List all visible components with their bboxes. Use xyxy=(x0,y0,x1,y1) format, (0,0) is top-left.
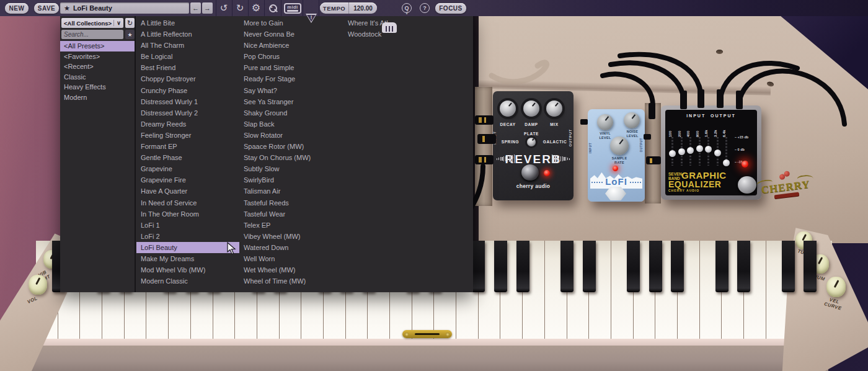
preset-item[interactable]: All The Charm xyxy=(136,40,239,51)
sidebar-category[interactable]: Heavy Effects xyxy=(60,82,135,92)
lofi-footswitch[interactable] xyxy=(605,187,626,200)
eq-slider-knob[interactable] xyxy=(678,148,685,155)
preset-item[interactable]: Telex EP xyxy=(239,220,342,231)
preset-item[interactable]: A Little Bite xyxy=(136,17,239,29)
black-key[interactable] xyxy=(516,241,529,292)
preset-item[interactable]: Ready For Stage xyxy=(239,73,342,84)
quality-dropdown-icon[interactable]: ∨ xyxy=(404,11,410,16)
collections-dropdown[interactable]: <All Collections> ∨ xyxy=(61,18,123,28)
save-button[interactable]: SAVE xyxy=(34,3,59,14)
undo-icon[interactable]: ↺ xyxy=(218,2,229,14)
eq-slider-knob[interactable] xyxy=(705,146,712,153)
preset-item[interactable]: More to Gain xyxy=(239,17,342,29)
black-key[interactable] xyxy=(804,241,817,292)
sidebar-category[interactable]: Modern xyxy=(60,92,135,103)
black-key[interactable] xyxy=(782,241,795,292)
preset-item[interactable]: Pop Chorus xyxy=(239,51,342,62)
black-key[interactable] xyxy=(472,241,485,292)
preset-item[interactable]: Nice Ambience xyxy=(239,40,342,51)
preset-item[interactable]: Well Worn xyxy=(239,253,342,264)
sidebar-category[interactable]: <Favorites> xyxy=(60,51,135,62)
preset-item[interactable]: See Ya Stranger xyxy=(239,96,342,107)
eq-slider-knob[interactable] xyxy=(696,145,703,152)
preset-item[interactable]: Modern Classic xyxy=(136,275,239,287)
eq-slider-knob[interactable] xyxy=(714,150,721,156)
tempo-value[interactable]: 120.00 xyxy=(349,5,377,12)
preset-item[interactable]: Vibey Wheel (MW) xyxy=(239,231,342,242)
redo-icon[interactable]: ↻ xyxy=(234,2,246,14)
midi-icon[interactable]: midi xyxy=(284,3,301,14)
preset-item[interactable]: Say What? xyxy=(239,85,342,96)
reverb-footswitch[interactable] xyxy=(521,164,539,181)
preset-item[interactable]: Feeling Stronger xyxy=(136,130,239,141)
black-key[interactable] xyxy=(627,241,640,292)
preset-item[interactable]: LoFi 1 xyxy=(136,220,239,231)
sidebar-category[interactable]: Classic xyxy=(60,72,135,83)
chevron-down-icon[interactable]: ∨ xyxy=(113,20,123,26)
preset-item[interactable]: Grapevine xyxy=(136,163,239,174)
preset-item[interactable]: Shaky Ground xyxy=(239,107,342,118)
preset-item[interactable]: Talisman Air xyxy=(239,186,342,197)
zoom-icon[interactable]: + xyxy=(268,3,278,14)
keyboard-hand-icon[interactable] xyxy=(382,22,397,33)
help-icon[interactable]: ? xyxy=(420,3,430,13)
black-key[interactable] xyxy=(715,241,728,292)
preset-item[interactable]: Be Logical xyxy=(136,51,239,62)
preset-item[interactable]: Make My Dreams xyxy=(136,253,239,264)
preset-item[interactable]: LoFi 2 xyxy=(136,231,239,242)
preset-item[interactable]: Watered Down xyxy=(239,242,342,253)
preset-item[interactable]: Never Gonna Be xyxy=(239,29,342,40)
refresh-button[interactable]: ↻ xyxy=(125,18,135,28)
new-button[interactable]: NEW xyxy=(5,3,29,14)
favorite-star-icon[interactable]: ★ xyxy=(64,4,70,12)
eq-slider-knob[interactable] xyxy=(687,147,694,154)
tempo-control[interactable]: TEMPO 120.00 xyxy=(320,2,377,14)
focus-button[interactable]: FOCUS xyxy=(435,3,466,14)
preset-item[interactable]: Have A Quarter xyxy=(136,186,239,197)
black-key[interactable] xyxy=(560,241,574,292)
reverb-mode-selector[interactable] xyxy=(527,138,536,146)
preset-item[interactable]: Slow Rotator xyxy=(239,130,342,141)
preset-name-field[interactable]: ★ LoFi Beauty xyxy=(60,2,189,14)
preset-item[interactable]: Gentle Phase xyxy=(136,152,239,163)
preset-item[interactable]: Subtly Slow xyxy=(239,163,342,174)
black-key[interactable] xyxy=(649,241,662,292)
sidebar-category[interactable]: <Recent> xyxy=(60,61,135,72)
preset-item[interactable]: Wheel of Time (MW) xyxy=(239,275,342,287)
preset-item[interactable]: In Need of Service xyxy=(136,197,239,208)
preset-item[interactable]: Formant EP xyxy=(136,141,239,152)
settings-gear-icon[interactable]: ⚙ xyxy=(250,2,262,14)
preset-item[interactable]: Best Friend xyxy=(136,62,239,73)
lofi-noise-level-knob[interactable] xyxy=(624,112,640,128)
black-key[interactable] xyxy=(583,241,596,292)
black-key[interactable] xyxy=(671,241,684,292)
preset-item[interactable]: Distressed Wurly 2 xyxy=(136,107,239,118)
black-key[interactable] xyxy=(737,241,750,292)
search-input[interactable]: Search... xyxy=(61,30,123,39)
eq-slider-knob[interactable] xyxy=(723,159,730,166)
preset-item[interactable]: Dreamy Reeds xyxy=(136,118,239,130)
pin-button[interactable]: ★ xyxy=(125,30,135,39)
eq-slider-knob[interactable] xyxy=(669,150,676,157)
reverb-mix-knob[interactable] xyxy=(546,101,562,117)
preset-item[interactable]: In The Other Room xyxy=(136,208,239,220)
preset-item[interactable]: Crunchy Phase xyxy=(136,85,239,96)
sidebar-category[interactable]: <All Presets> xyxy=(60,41,135,51)
preset-item[interactable]: Spaace Rotor (MW) xyxy=(239,141,342,152)
black-key[interactable] xyxy=(494,241,507,292)
preset-item[interactable]: Stay On Chorus (MW) xyxy=(239,152,342,163)
vol-knob[interactable] xyxy=(29,275,47,295)
preset-item[interactable]: Distressed Wurly 1 xyxy=(136,96,239,107)
reverb-damp-knob[interactable] xyxy=(523,101,539,117)
lofi-vinyl-level-knob[interactable] xyxy=(597,114,613,130)
vel-curve-knob[interactable] xyxy=(826,277,846,297)
preset-item[interactable]: Tasteful Reeds xyxy=(239,197,342,208)
reverb-decay-knob[interactable] xyxy=(500,101,516,117)
preset-item[interactable]: Wet Wheel (MW) xyxy=(239,264,342,275)
next-preset-button[interactable]: → xyxy=(202,2,213,14)
preset-item[interactable]: Pure and Simple xyxy=(239,62,342,73)
preset-item[interactable]: LoFi Beauty xyxy=(136,242,239,253)
preset-item[interactable]: Tasteful Wear xyxy=(239,208,342,220)
preset-item[interactable]: Choppy Destroyer xyxy=(136,73,239,84)
preset-item[interactable]: Mod Wheel Vib (MW) xyxy=(136,264,239,275)
